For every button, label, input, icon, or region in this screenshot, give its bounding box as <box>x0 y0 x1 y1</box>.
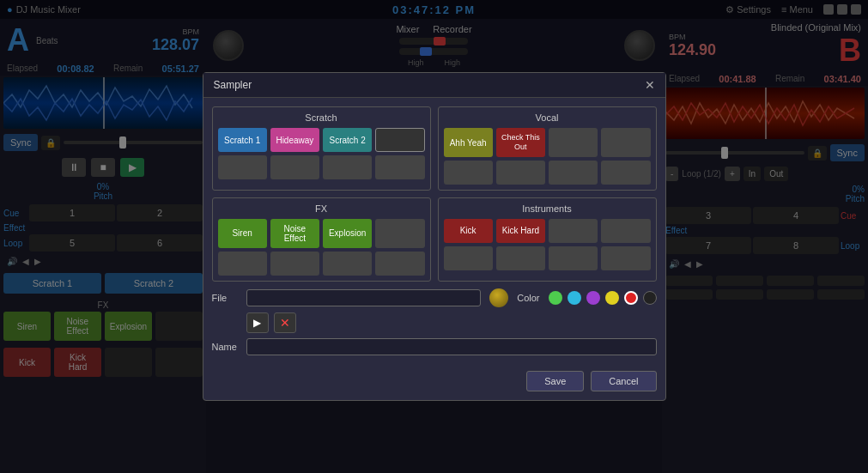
sampler-vocal3-button[interactable] <box>549 128 598 157</box>
sampler-vocal-title: Vocal <box>444 112 651 123</box>
sampler-modal: Sampler ✕ Scratch Scratch 1 Hideaway Scr… <box>203 72 666 401</box>
sampler-fx-section: FX Siren Noise Effect Explosion <box>212 197 431 282</box>
sampler-vocal-section: Vocal Ahh Yeah Check This Out <box>438 106 657 191</box>
sampler-titlebar: Sampler ✕ <box>203 73 665 98</box>
color-dot-red[interactable] <box>624 291 638 305</box>
color-dot-green[interactable] <box>549 291 562 305</box>
sampler-inst4-button[interactable] <box>601 219 650 243</box>
sampler-file-label: File <box>212 293 238 303</box>
sampler-fx4-button[interactable] <box>375 219 424 248</box>
sampler-inst3-button[interactable] <box>549 219 598 243</box>
sampler-explosion-button[interactable]: Explosion <box>323 219 372 248</box>
sampler-play-button[interactable]: ▶ <box>246 312 269 333</box>
sampler-kick-button[interactable]: Kick <box>444 219 493 243</box>
sampler-fx5-button[interactable] <box>218 252 267 276</box>
color-dot-purple[interactable] <box>586 291 600 305</box>
sampler-instruments-title: Instruments <box>444 203 651 214</box>
sampler-vocal1-button[interactable]: Ahh Yeah <box>444 128 493 157</box>
sampler-bottom-sections: FX Siren Noise Effect Explosion Instrume <box>212 197 657 282</box>
modal-overlay: Sampler ✕ Scratch Scratch 1 Hideaway Scr… <box>0 0 868 473</box>
sampler-siren-button[interactable]: Siren <box>218 219 267 248</box>
sampler-inst6-button[interactable] <box>496 246 545 270</box>
sampler-scratch8-button[interactable] <box>375 155 424 179</box>
sampler-cancel-button[interactable]: Cancel <box>591 371 656 391</box>
sampler-scratch6-button[interactable] <box>270 155 319 179</box>
sampler-inst7-button[interactable] <box>549 246 598 270</box>
sampler-save-button[interactable]: Save <box>526 371 584 391</box>
sampler-vocal2-button[interactable]: Check This Out <box>496 128 545 157</box>
sampler-file-row: File Color <box>212 288 657 307</box>
sampler-close-button[interactable]: ✕ <box>645 78 655 92</box>
sampler-name-label: Name <box>212 342 238 352</box>
sampler-scratch-title: Scratch <box>218 112 425 123</box>
sampler-footer: Save Cancel <box>203 371 665 400</box>
sampler-play-delete-row: ▶ ✕ <box>212 312 657 333</box>
sampler-scratch5-button[interactable] <box>218 155 267 179</box>
sampler-instruments-section: Instruments Kick Kick Hard <box>438 197 657 282</box>
sampler-fx6-button[interactable] <box>270 252 319 276</box>
color-dot-cyan[interactable] <box>568 291 581 305</box>
sampler-body: Scratch Scratch 1 Hideaway Scratch 2 Voc <box>203 98 665 371</box>
sampler-fx-title: FX <box>218 203 425 214</box>
sampler-inst5-button[interactable] <box>444 246 493 270</box>
sampler-scratch-hideaway-button[interactable]: Hideaway <box>270 128 319 152</box>
sampler-title: Sampler <box>214 79 252 91</box>
sampler-instruments-grid: Kick Kick Hard <box>444 219 651 270</box>
sampler-vocal5-button[interactable] <box>444 161 493 185</box>
sampler-fx8-button[interactable] <box>375 252 424 276</box>
color-dot-black[interactable] <box>643 291 657 305</box>
sampler-scratch2-button[interactable]: Scratch 2 <box>323 128 372 152</box>
sampler-scratch-grid: Scratch 1 Hideaway Scratch 2 <box>218 128 425 179</box>
sampler-fx7-button[interactable] <box>323 252 372 276</box>
color-dot-yellow[interactable] <box>605 291 619 305</box>
sampler-vocal7-button[interactable] <box>549 161 598 185</box>
sampler-noise-button[interactable]: Noise Effect <box>270 219 319 248</box>
sampler-inst8-button[interactable] <box>601 246 650 270</box>
sampler-browse-button[interactable] <box>489 288 508 307</box>
sampler-scratch-section: Scratch Scratch 1 Hideaway Scratch 2 <box>212 106 431 191</box>
sampler-color-label: Color <box>517 293 539 303</box>
sampler-kickhard-button[interactable]: Kick Hard <box>496 219 545 243</box>
sampler-vocal6-button[interactable] <box>496 161 545 185</box>
sampler-color-dots <box>549 291 657 305</box>
sampler-vocal-grid: Ahh Yeah Check This Out <box>444 128 651 185</box>
sampler-name-input[interactable] <box>246 338 657 355</box>
sampler-name-row: Name <box>212 338 657 355</box>
sampler-vocal8-button[interactable] <box>601 161 650 185</box>
sampler-fx-grid: Siren Noise Effect Explosion <box>218 219 425 276</box>
sampler-vocal4-button[interactable] <box>601 128 650 157</box>
sampler-scratch1-button[interactable]: Scratch 1 <box>218 128 267 152</box>
sampler-delete-button[interactable]: ✕ <box>274 312 296 333</box>
sampler-scratch4-button[interactable] <box>375 128 424 152</box>
sampler-scratch7-button[interactable] <box>323 155 372 179</box>
sampler-file-input[interactable] <box>246 289 482 306</box>
sampler-top-sections: Scratch Scratch 1 Hideaway Scratch 2 Voc <box>212 106 657 191</box>
